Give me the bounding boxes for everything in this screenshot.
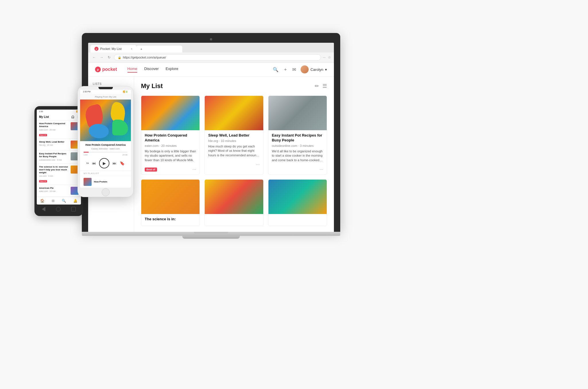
player-header: Playing From My List	[80, 94, 131, 100]
phone-badge-4: Best Of	[39, 180, 47, 182]
forward-button[interactable]: ⏭	[113, 161, 117, 166]
browser-chrome: p Pocket: My List × + ← → ↻ 🔒	[88, 43, 334, 63]
article-card-1[interactable]: How Protein Conquered America eater.com …	[141, 96, 200, 175]
phone-article-list: How Protein Conquered America eater.com …	[37, 120, 81, 197]
article-image-6	[268, 180, 327, 214]
laptop-stand	[182, 236, 240, 239]
article-card-2[interactable]: Sleep Well, Lead Better hbr.org · 10 min…	[204, 96, 263, 175]
phone-article-title-5: American Pie	[39, 187, 68, 190]
player-progress: 1:04 24:08	[80, 152, 131, 156]
phone-article-meta-5: eater.com · 10 min	[39, 190, 68, 192]
phone-article-title-1: How Protein Conquered America	[39, 122, 68, 128]
laptop-notch	[194, 232, 228, 234]
article-image-5	[205, 180, 263, 214]
phone-article-meta-4: vox.com · 4 min	[39, 175, 68, 177]
phone-list-item-1[interactable]: How Protein Conquered America eater.com …	[37, 120, 81, 139]
back-button[interactable]: ←	[91, 54, 97, 61]
phone-iphone-body: 2:30 PM 📶🔋 Playing From My List How Prot…	[78, 86, 134, 197]
browser-star-icon[interactable]: ☆	[328, 55, 331, 59]
article-excerpt-2: How much sleep do you get each night? Mo…	[208, 144, 260, 157]
article-source-2: hbr.org	[208, 139, 218, 143]
phone-home-button[interactable]	[102, 188, 110, 196]
phone-headphones-icon[interactable]: 🎧	[71, 116, 74, 118]
url-bar[interactable]: 🔒 https://getpocket.com/a/queue/	[114, 54, 321, 61]
phone-list-item-5[interactable]: American Pie eater.com · 10 min	[37, 185, 81, 197]
phone-iphone-screen: 2:30 PM 📶🔋 Playing From My List How Prot…	[80, 90, 131, 188]
phone-home-nav-icon[interactable]: 🏠	[40, 199, 45, 203]
play-pause-button[interactable]: ▶	[99, 158, 109, 168]
inbox-icon[interactable]: ✉	[292, 67, 296, 72]
nav-link-home[interactable]: Home	[127, 67, 138, 73]
phone-list-item-4[interactable]: The science is in: exercise won't help y…	[37, 164, 81, 185]
article-footer-3: ···	[268, 165, 327, 174]
article-footer-2: ···	[205, 160, 263, 170]
phone-discover-nav-icon[interactable]: ⊞	[52, 199, 55, 203]
browser-tab-active[interactable]: p Pocket: My List ×	[90, 45, 136, 52]
nav-link-discover[interactable]: Discover	[144, 67, 159, 73]
phone-article-info-5: American Pie eater.com · 10 min	[39, 187, 68, 193]
article-source-3: outsideonline.com	[272, 144, 297, 147]
player-playlist-info: How Protein	[94, 180, 127, 183]
article-card-4[interactable]: The science is in:	[141, 179, 200, 226]
refresh-button[interactable]: ↻	[106, 54, 112, 61]
forward-button[interactable]: →	[98, 54, 105, 61]
tab-close-button[interactable]: ×	[131, 47, 132, 50]
phone-android-screen: 2:30 📶 My List 🎧 ⋮ How Protein Conquered…	[37, 110, 81, 205]
lock-icon: 🔒	[118, 56, 121, 59]
article-meta-2: hbr.org · 10 minutes	[208, 139, 260, 143]
user-menu[interactable]: Carolyn ▾	[301, 65, 327, 73]
pocket-nav-right: 🔍 ＋ ✉ Carolyn ▾	[273, 65, 327, 73]
search-icon[interactable]: 🔍	[273, 67, 278, 72]
rewind-button[interactable]: ⏮	[92, 161, 96, 166]
phone-back-button[interactable]	[42, 207, 45, 211]
article-footer-1: Best of ···	[141, 165, 200, 174]
player-playlist-item[interactable]: How Protein	[80, 176, 131, 188]
browser-toolbar: ← → ↻ 🔒 https://getpocket.com/a/queue/ ·…	[88, 52, 334, 62]
phone-article-title-3: Easy Instant Pot Recipes for Busy People	[39, 152, 68, 158]
phone-list-item-2[interactable]: Sleep Well, Lead Better hbr.org · 10 min	[37, 139, 81, 151]
article-more-1[interactable]: ···	[192, 167, 196, 172]
article-body-4: The science is in:	[141, 214, 200, 226]
bookmark-button[interactable]: 🔖	[120, 161, 125, 166]
edit-icon[interactable]: ✏	[315, 83, 319, 89]
article-title-1: How Protein Conquered America	[145, 133, 196, 143]
content-header: My List ✏ ☰	[141, 82, 327, 90]
article-image-1	[141, 96, 200, 130]
article-body-2: Sleep Well, Lead Better hbr.org · 10 min…	[205, 130, 263, 160]
player-progress-bar[interactable]	[84, 152, 127, 153]
browser-more-icon[interactable]: ···	[323, 55, 326, 59]
add-icon[interactable]: ＋	[283, 67, 288, 73]
player-artwork	[80, 100, 131, 141]
article-title-2: Sleep Well, Lead Better	[208, 133, 260, 138]
nav-link-explore[interactable]: Explore	[166, 67, 178, 73]
player-status-bar: 2:30 PM 📶🔋	[80, 90, 131, 94]
laptop-camera	[210, 38, 212, 40]
phone-home-button[interactable]	[56, 207, 61, 211]
article-time-1: 20 minutes	[161, 144, 177, 147]
phone-list-title: My List	[39, 115, 49, 118]
phone-search-nav-icon[interactable]: 🔍	[62, 199, 66, 203]
article-card-5[interactable]	[204, 179, 263, 226]
phone-recents-button[interactable]	[71, 207, 76, 211]
player-time-current: 1:04	[84, 154, 88, 156]
phone-time: 2:30	[39, 110, 43, 113]
player-signals: 📶🔋	[123, 91, 128, 93]
player-article-title: How Protein Conquered America	[84, 143, 127, 147]
article-excerpt-3: We'd all like to be organized enough to …	[272, 149, 323, 162]
phone-bell-nav-icon[interactable]: 🔔	[73, 199, 78, 203]
phone-article-title-4: The science is in: exercise won't help y…	[39, 166, 68, 174]
article-more-2[interactable]: ···	[256, 162, 260, 167]
phone-android-body: 2:30 📶 My List 🎧 ⋮ How Protein Conquered…	[34, 106, 83, 216]
article-time-3: 3 minutes	[300, 144, 314, 147]
player-article-author: Casey Johnston · eater.com	[84, 147, 127, 150]
url-text: https://getpocket.com/a/queue/	[123, 56, 166, 59]
tab-new-button[interactable]: +	[136, 46, 182, 52]
scene: p Pocket: My List × + ← → ↻ 🔒	[0, 0, 588, 389]
list-view-icon[interactable]: ☰	[322, 83, 327, 89]
phone-status-bar: 2:30 📶	[37, 110, 81, 114]
playback-speed-button[interactable]: 1x	[86, 162, 89, 164]
article-more-3[interactable]: ···	[320, 167, 323, 172]
article-card-3[interactable]: Easy Instant Pot Recipes for Busy People…	[268, 96, 327, 175]
article-card-6[interactable]	[268, 179, 327, 226]
phone-list-item-3[interactable]: Easy Instant Pot Recipes for Busy People…	[37, 151, 81, 164]
